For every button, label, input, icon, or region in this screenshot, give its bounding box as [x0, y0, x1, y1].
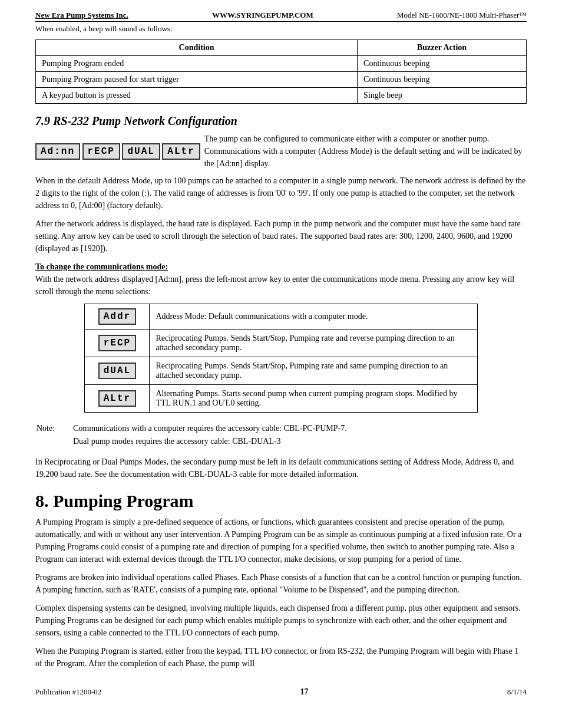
mode-row: dUALReciprocating Pumps. Sends Start/Sto…	[85, 357, 477, 385]
note-table: Note: Communications with a computer req…	[35, 421, 527, 450]
footer-left: Publication #1200-02	[35, 687, 101, 697]
section79-para3: In Reciprocating or Dual Pumps Modes, th…	[35, 456, 527, 480]
mode-description: Reciprocating Pumps. Sends Start/Stop, P…	[150, 357, 477, 385]
note-label-cell: Note:	[37, 422, 72, 449]
buzzer-table: Condition Buzzer Action Pumping Program …	[35, 39, 527, 104]
section79-para2: After the network address is displayed, …	[35, 218, 527, 255]
lcd-intro-text: The pump can be configured to communicat…	[204, 133, 527, 170]
buzzer-condition: Pumping Program paused for start trigger	[36, 72, 358, 88]
header-model: Model NE-1600/NE-1800 Multi-Phaser™	[397, 11, 527, 20]
mode-row: AddrAddress Mode: Default communications…	[85, 304, 477, 330]
buzzer-row: Pumping Program endedContinuous beeping	[36, 56, 527, 72]
mode-icon-cell: rECP	[85, 330, 150, 357]
mode-description: Address Mode: Default communications wit…	[150, 304, 477, 330]
note-label: Note:	[37, 424, 55, 433]
lcd-addr: Ad:nn	[35, 143, 80, 160]
lcd-display-row: Ad:nn rECP dUAL ALtr The pump can be con…	[35, 133, 527, 170]
section8-para4: When the Pumping Program is started, eit…	[35, 645, 527, 670]
buzzer-condition: A keypad button is pressed	[36, 88, 358, 104]
section8-para2: Programs are broken into individual oper…	[35, 571, 527, 596]
buzzer-row: A keypad button is pressedSingle beep	[36, 88, 527, 104]
lcd-recp: rECP	[82, 143, 120, 160]
mode-description: Alternating Pumps. Starts second pump wh…	[150, 385, 477, 413]
mode-icon-cell: dUAL	[85, 357, 150, 385]
mode-description: Reciprocating Pumps. Sends Start/Stop, P…	[150, 330, 477, 357]
change-text: With the network address displayed [Ad:n…	[35, 275, 514, 296]
mode-lcd-3: ALtr	[98, 390, 136, 407]
mode-icon-cell: ALtr	[85, 385, 150, 413]
footer-center: 17	[300, 687, 309, 697]
buzzer-action: Continuous beeping	[358, 56, 527, 72]
note-line2: Dual pump modes requires the accessory c…	[73, 437, 281, 446]
lcd-dual: dUAL	[122, 143, 160, 160]
footer-right: 8/1/14	[507, 687, 527, 697]
section8-para1: A Pumping Program is simply a pre-define…	[35, 516, 527, 565]
buzzer-condition: Pumping Program ended	[36, 56, 358, 72]
header-website: WWW.SYRINGEPUMP.COM	[212, 11, 313, 20]
section79-heading: 7.9 RS-232 Pump Network Configuration	[35, 114, 527, 128]
mode-row: ALtrAlternating Pumps. Starts second pum…	[85, 385, 477, 413]
mode-lcd-2: dUAL	[98, 363, 136, 379]
mode-lcd-1: rECP	[98, 335, 136, 351]
col-condition-header: Condition	[36, 40, 358, 56]
note-content-cell: Communications with a computer requires …	[73, 422, 525, 449]
buzzer-row: Pumping Program paused for start trigger…	[36, 72, 527, 88]
page-footer: Publication #1200-02 17 8/1/14	[35, 687, 527, 697]
buzzer-action: Single beep	[358, 88, 527, 104]
page-header: New Era Pump Systems Inc. WWW.SYRINGEPUM…	[35, 11, 527, 22]
mode-lcd-0: Addr	[98, 308, 136, 325]
header-company: New Era Pump Systems Inc.	[35, 11, 128, 20]
mode-row: rECPReciprocating Pumps. Sends Start/Sto…	[85, 330, 477, 357]
col-action-header: Buzzer Action	[358, 40, 527, 56]
lcd-altr: ALtr	[162, 143, 200, 160]
section8-heading: 8. Pumping Program	[35, 491, 527, 511]
note-line1: Communications with a computer requires …	[73, 424, 347, 433]
change-heading-para: To change the communications mode: With …	[35, 261, 527, 298]
buzzer-action: Continuous beeping	[358, 72, 527, 88]
section8-para3: Complex dispensing systems can be design…	[35, 602, 527, 639]
header-subtitle: When enabled, a beep will sound as follo…	[35, 24, 527, 34]
section79-para1: When in the default Address Mode, up to …	[35, 174, 527, 212]
mode-icon-cell: Addr	[85, 304, 150, 330]
change-heading: To change the communications mode:	[35, 262, 168, 271]
mode-table: AddrAddress Mode: Default communications…	[84, 304, 477, 413]
note-section: Note: Communications with a computer req…	[35, 421, 527, 450]
